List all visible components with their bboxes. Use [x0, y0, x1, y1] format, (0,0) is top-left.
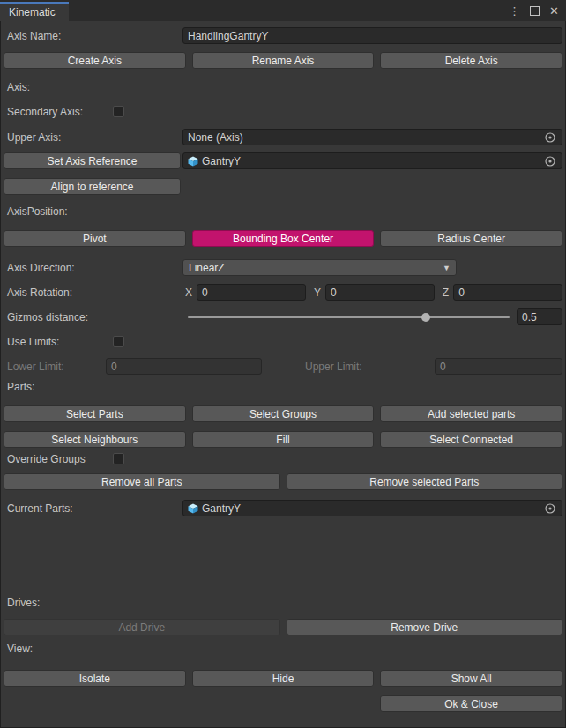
axis-rotation-y-value: 0	[331, 286, 337, 299]
axis-direction-label: Axis Direction:	[4, 262, 182, 274]
gizmos-distance-value: 0.5	[522, 311, 537, 323]
remove-drive-button[interactable]: Remove Drive	[287, 619, 563, 635]
maximize-icon[interactable]	[530, 6, 540, 16]
axis-section-label: Axis:	[4, 81, 182, 93]
window-controls: ⋮ ✕	[509, 0, 559, 21]
ok-close-button[interactable]: Ok & Close	[380, 695, 562, 712]
axis-rotation-label: Axis Rotation:	[4, 286, 182, 299]
axis-rotation-z-value: 0	[458, 286, 465, 299]
tab-bar: Kinematic ⋮ ✕	[0, 0, 566, 21]
gizmos-distance-label: Gizmos distance:	[4, 311, 182, 323]
axis-direction-value: LinearZ	[189, 262, 225, 274]
upper-limit-label: Upper Limit:	[305, 360, 435, 373]
close-icon[interactable]: ✕	[549, 5, 559, 17]
add-selected-parts-button[interactable]: Add selected parts	[380, 405, 562, 422]
use-limits-label: Use Limits:	[4, 336, 113, 348]
current-parts-object-field[interactable]: GantryY	[182, 500, 562, 516]
prefab-cube-icon	[188, 156, 198, 167]
object-picker-icon[interactable]	[543, 502, 557, 515]
lower-limit-input: 0	[106, 358, 262, 375]
slider-track	[188, 316, 510, 318]
object-picker-icon[interactable]	[543, 131, 557, 144]
current-parts-value: GantryY	[202, 502, 241, 515]
axis-rotation-y-input[interactable]: 0	[325, 284, 435, 301]
parts-section-label: Parts:	[4, 381, 182, 393]
drives-section-label: Drives:	[4, 597, 182, 609]
current-parts-label: Current Parts:	[4, 502, 182, 515]
axis-rotation-x-value: 0	[202, 286, 208, 299]
select-neighbours-button[interactable]: Select Neighbours	[4, 431, 186, 448]
select-parts-button[interactable]: Select Parts	[4, 405, 186, 422]
kinematic-form: Axis Name: HandlingGantryY Create Axis R…	[0, 27, 566, 712]
lower-limit-value: 0	[111, 360, 117, 373]
axis-direction-dropdown[interactable]: LinearZ ▼	[182, 259, 457, 276]
axis-name-label: Axis Name:	[4, 30, 182, 42]
use-limits-checkbox[interactable]	[113, 336, 124, 347]
override-groups-checkbox[interactable]	[113, 453, 124, 464]
chevron-down-icon: ▼	[443, 264, 451, 272]
remove-selected-parts-button[interactable]: Remove selected Parts	[287, 473, 563, 490]
axis-rotation-x-input[interactable]: 0	[197, 284, 306, 301]
upper-axis-label: Upper Axis:	[4, 131, 182, 144]
fill-button[interactable]: Fill	[192, 431, 375, 448]
gizmos-distance-input[interactable]: 0.5	[517, 308, 562, 325]
rename-axis-button[interactable]: Rename Axis	[192, 52, 375, 69]
prefab-cube-icon	[188, 503, 198, 514]
axis-position-option-bounding-box-center[interactable]: Bounding Box Center	[192, 230, 375, 247]
create-axis-button[interactable]: Create Axis	[4, 52, 186, 69]
add-drive-button: Add Drive	[4, 619, 280, 635]
axis-name-value: HandlingGantryY	[188, 30, 268, 42]
select-connected-button[interactable]: Select Connected	[380, 431, 562, 448]
upper-axis-value: None (Axis)	[188, 131, 243, 144]
view-section-label: View:	[4, 643, 182, 655]
set-axis-reference-button[interactable]: Set Axis Reference	[4, 152, 181, 169]
hide-button[interactable]: Hide	[192, 670, 375, 687]
isolate-button[interactable]: Isolate	[4, 670, 186, 687]
upper-limit-value: 0	[440, 360, 446, 373]
axis-reference-object-field[interactable]: GantryY	[182, 152, 562, 169]
align-to-reference-button[interactable]: Align to reference	[4, 178, 181, 195]
axis-position-label: AxisPosition:	[4, 205, 182, 218]
tab-title: Kinematic	[9, 6, 56, 19]
lower-limit-label: Lower Limit:	[4, 360, 106, 373]
override-groups-label: Override Groups	[4, 453, 113, 465]
upper-axis-object-field[interactable]: None (Axis)	[182, 129, 562, 145]
axis-x-label: X	[185, 286, 192, 299]
tab-kinematic[interactable]: Kinematic	[0, 2, 69, 21]
axis-y-label: Y	[314, 286, 321, 299]
show-all-button[interactable]: Show All	[380, 670, 562, 687]
gizmos-distance-slider[interactable]	[188, 308, 510, 325]
secondary-axis-label: Secondary Axis:	[4, 106, 113, 118]
select-groups-button[interactable]: Select Groups	[192, 405, 375, 422]
remove-all-parts-button[interactable]: Remove all Parts	[4, 473, 280, 490]
secondary-axis-checkbox[interactable]	[113, 106, 124, 117]
gizmos-slider-handle[interactable]	[421, 313, 430, 322]
axis-name-input[interactable]: HandlingGantryY	[182, 27, 562, 44]
kebab-menu-icon[interactable]: ⋮	[509, 5, 520, 17]
axis-rotation-z-input[interactable]: 0	[453, 284, 562, 301]
axis-position-option-radius-center[interactable]: Radius Center	[380, 230, 562, 247]
kinematic-window: { "window": { "tab_title": "Kinematic", …	[0, 0, 566, 728]
upper-limit-input: 0	[435, 358, 562, 375]
delete-axis-button[interactable]: Delete Axis	[380, 52, 562, 69]
axis-z-label: Z	[443, 286, 449, 299]
axis-reference-value: GantryY	[202, 155, 241, 167]
object-picker-icon[interactable]	[543, 155, 557, 167]
axis-position-option-pivot[interactable]: Pivot	[4, 230, 186, 247]
